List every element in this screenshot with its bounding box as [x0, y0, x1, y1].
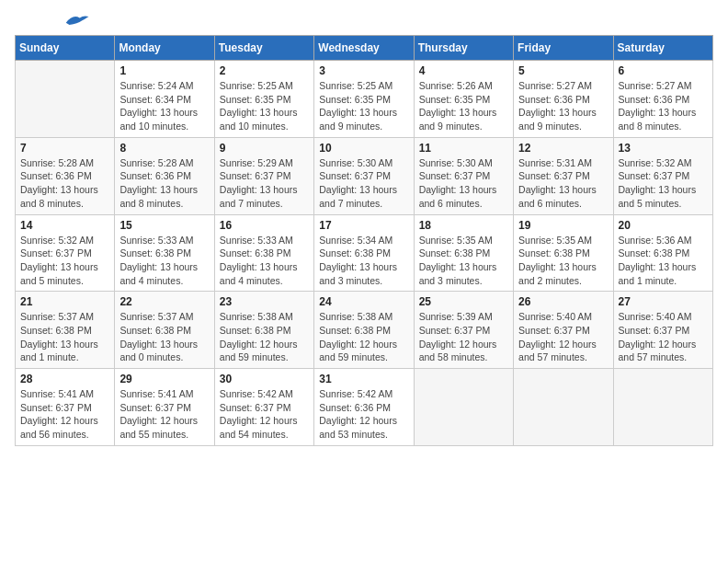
header-day-saturday: Saturday	[613, 36, 712, 61]
calendar-cell: 15Sunrise: 5:33 AMSunset: 6:38 PMDayligh…	[115, 214, 214, 292]
day-number: 5	[518, 64, 608, 77]
calendar-cell: 20Sunrise: 5:36 AMSunset: 6:38 PMDayligh…	[613, 214, 712, 292]
week-row-5: 28Sunrise: 5:41 AMSunset: 6:37 PMDayligh…	[16, 369, 713, 446]
day-number: 10	[319, 142, 408, 155]
calendar-cell: 7Sunrise: 5:28 AMSunset: 6:36 PMDaylight…	[16, 137, 115, 214]
day-number: 24	[319, 295, 408, 308]
day-number: 29	[119, 373, 209, 385]
calendar-cell: 16Sunrise: 5:33 AMSunset: 6:38 PMDayligh…	[214, 214, 313, 292]
day-number: 25	[419, 295, 508, 308]
logo-bird-icon	[63, 11, 90, 28]
header-day-sunday: Sunday	[16, 36, 115, 61]
day-number: 23	[220, 295, 309, 308]
week-row-3: 14Sunrise: 5:32 AMSunset: 6:37 PMDayligh…	[16, 214, 713, 292]
day-number: 1	[119, 64, 209, 77]
header-day-wednesday: Wednesday	[314, 36, 414, 61]
day-number: 6	[619, 64, 708, 77]
day-info: Sunrise: 5:27 AMSunset: 6:36 PMDaylight:…	[518, 79, 608, 133]
day-number: 9	[220, 142, 309, 155]
day-number: 17	[319, 219, 408, 232]
calendar-cell: 3Sunrise: 5:25 AMSunset: 6:35 PMDaylight…	[314, 61, 414, 138]
day-info: Sunrise: 5:39 AMSunset: 6:37 PMDaylight:…	[419, 310, 508, 364]
day-number: 8	[119, 142, 209, 155]
day-info: Sunrise: 5:25 AMSunset: 6:35 PMDaylight:…	[319, 79, 408, 133]
day-number: 21	[20, 295, 109, 308]
calendar-cell: 13Sunrise: 5:32 AMSunset: 6:37 PMDayligh…	[613, 137, 712, 214]
day-number: 13	[619, 142, 708, 155]
calendar-cell: 30Sunrise: 5:42 AMSunset: 6:37 PMDayligh…	[214, 369, 313, 446]
day-info: Sunrise: 5:38 AMSunset: 6:38 PMDaylight:…	[220, 310, 309, 364]
calendar-cell: 23Sunrise: 5:38 AMSunset: 6:38 PMDayligh…	[214, 292, 313, 369]
day-info: Sunrise: 5:37 AMSunset: 6:38 PMDaylight:…	[119, 310, 209, 364]
calendar-table: SundayMondayTuesdayWednesdayThursdayFrid…	[15, 35, 713, 446]
day-info: Sunrise: 5:32 AMSunset: 6:37 PMDaylight:…	[619, 156, 708, 211]
calendar-cell: 24Sunrise: 5:38 AMSunset: 6:38 PMDayligh…	[314, 292, 414, 369]
day-number: 7	[20, 142, 109, 155]
calendar-cell	[613, 369, 712, 446]
calendar-cell: 10Sunrise: 5:30 AMSunset: 6:37 PMDayligh…	[314, 137, 414, 214]
day-number: 4	[419, 64, 508, 77]
day-info: Sunrise: 5:24 AMSunset: 6:34 PMDaylight:…	[119, 79, 209, 133]
day-number: 12	[518, 142, 608, 155]
day-number: 27	[619, 295, 708, 308]
day-info: Sunrise: 5:35 AMSunset: 6:38 PMDaylight:…	[518, 234, 608, 288]
day-info: Sunrise: 5:42 AMSunset: 6:36 PMDaylight:…	[319, 387, 408, 442]
day-number: 30	[220, 373, 309, 385]
calendar-cell: 19Sunrise: 5:35 AMSunset: 6:38 PMDayligh…	[514, 214, 613, 292]
calendar-cell	[16, 61, 115, 138]
page-header	[15, 15, 713, 28]
day-info: Sunrise: 5:28 AMSunset: 6:36 PMDaylight:…	[20, 156, 109, 211]
day-info: Sunrise: 5:40 AMSunset: 6:37 PMDaylight:…	[619, 310, 708, 364]
day-info: Sunrise: 5:33 AMSunset: 6:38 PMDaylight:…	[119, 234, 209, 288]
calendar-header: SundayMondayTuesdayWednesdayThursdayFrid…	[16, 36, 713, 61]
day-number: 2	[220, 64, 309, 77]
calendar-cell: 6Sunrise: 5:27 AMSunset: 6:36 PMDaylight…	[613, 61, 712, 138]
day-info: Sunrise: 5:35 AMSunset: 6:38 PMDaylight:…	[419, 234, 508, 288]
day-info: Sunrise: 5:30 AMSunset: 6:37 PMDaylight:…	[319, 156, 408, 211]
day-number: 26	[518, 295, 608, 308]
day-info: Sunrise: 5:32 AMSunset: 6:37 PMDaylight:…	[20, 234, 109, 288]
calendar-cell: 1Sunrise: 5:24 AMSunset: 6:34 PMDaylight…	[115, 61, 214, 138]
day-info: Sunrise: 5:37 AMSunset: 6:38 PMDaylight:…	[20, 310, 109, 364]
day-info: Sunrise: 5:31 AMSunset: 6:37 PMDaylight:…	[518, 156, 608, 211]
calendar-cell: 22Sunrise: 5:37 AMSunset: 6:38 PMDayligh…	[115, 292, 214, 369]
calendar-cell: 17Sunrise: 5:34 AMSunset: 6:38 PMDayligh…	[314, 214, 414, 292]
calendar-cell: 26Sunrise: 5:40 AMSunset: 6:37 PMDayligh…	[514, 292, 613, 369]
header-row: SundayMondayTuesdayWednesdayThursdayFrid…	[16, 36, 713, 61]
header-day-friday: Friday	[514, 36, 613, 61]
calendar-cell	[514, 369, 613, 446]
calendar-cell: 5Sunrise: 5:27 AMSunset: 6:36 PMDaylight…	[514, 61, 613, 138]
day-number: 22	[119, 295, 209, 308]
day-number: 3	[319, 64, 408, 77]
day-number: 11	[419, 142, 508, 155]
calendar-cell: 12Sunrise: 5:31 AMSunset: 6:37 PMDayligh…	[514, 137, 613, 214]
day-info: Sunrise: 5:42 AMSunset: 6:37 PMDaylight:…	[220, 387, 309, 442]
calendar-cell: 28Sunrise: 5:41 AMSunset: 6:37 PMDayligh…	[16, 369, 115, 446]
day-number: 18	[419, 219, 508, 232]
calendar-cell: 8Sunrise: 5:28 AMSunset: 6:36 PMDaylight…	[115, 137, 214, 214]
day-info: Sunrise: 5:26 AMSunset: 6:35 PMDaylight:…	[419, 79, 508, 133]
day-number: 28	[20, 373, 109, 385]
day-info: Sunrise: 5:28 AMSunset: 6:36 PMDaylight:…	[119, 156, 209, 211]
week-row-1: 1Sunrise: 5:24 AMSunset: 6:34 PMDaylight…	[16, 61, 713, 138]
header-day-monday: Monday	[115, 36, 214, 61]
day-info: Sunrise: 5:41 AMSunset: 6:37 PMDaylight:…	[119, 387, 209, 442]
day-info: Sunrise: 5:36 AMSunset: 6:38 PMDaylight:…	[619, 234, 708, 288]
calendar-cell: 11Sunrise: 5:30 AMSunset: 6:37 PMDayligh…	[414, 137, 513, 214]
day-info: Sunrise: 5:30 AMSunset: 6:37 PMDaylight:…	[419, 156, 508, 211]
calendar-cell	[414, 369, 513, 446]
day-number: 14	[20, 219, 109, 232]
day-number: 19	[518, 219, 608, 232]
day-info: Sunrise: 5:25 AMSunset: 6:35 PMDaylight:…	[220, 79, 309, 133]
calendar-cell: 2Sunrise: 5:25 AMSunset: 6:35 PMDaylight…	[214, 61, 313, 138]
calendar-cell: 14Sunrise: 5:32 AMSunset: 6:37 PMDayligh…	[16, 214, 115, 292]
day-info: Sunrise: 5:40 AMSunset: 6:37 PMDaylight:…	[518, 310, 608, 364]
calendar-cell: 4Sunrise: 5:26 AMSunset: 6:35 PMDaylight…	[414, 61, 513, 138]
week-row-4: 21Sunrise: 5:37 AMSunset: 6:38 PMDayligh…	[16, 292, 713, 369]
calendar-cell: 21Sunrise: 5:37 AMSunset: 6:38 PMDayligh…	[16, 292, 115, 369]
calendar-cell: 29Sunrise: 5:41 AMSunset: 6:37 PMDayligh…	[115, 369, 214, 446]
calendar-cell: 25Sunrise: 5:39 AMSunset: 6:37 PMDayligh…	[414, 292, 513, 369]
day-number: 31	[319, 373, 408, 385]
day-info: Sunrise: 5:38 AMSunset: 6:38 PMDaylight:…	[319, 310, 408, 364]
day-number: 15	[119, 219, 209, 232]
